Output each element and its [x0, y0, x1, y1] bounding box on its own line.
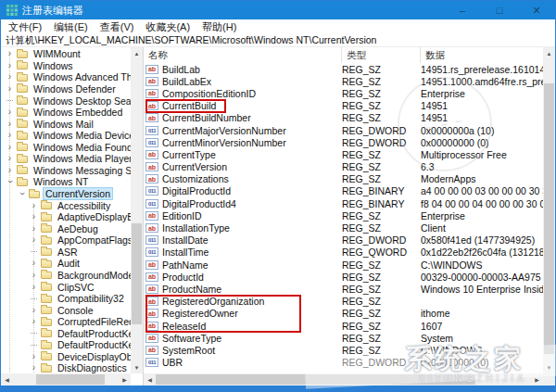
- scrollbar-thumb[interactable]: [132, 223, 142, 324]
- tree-item-accessibility[interactable]: ›Accessibility: [1, 199, 131, 211]
- tree-item-appcompatflags[interactable]: ›AppCompatFlags: [1, 234, 131, 247]
- expand-icon[interactable]: ›: [28, 224, 40, 234]
- scrollbar-thumb[interactable]: [544, 83, 554, 354]
- expand-icon[interactable]: ›: [4, 131, 16, 140]
- expand-icon[interactable]: ›: [4, 143, 16, 152]
- registry-value-row[interactable]: abSystemRootREG_SZC:\WINDOWS: [144, 344, 543, 356]
- menu-item[interactable]: 帮助(H): [198, 20, 245, 34]
- expand-icon[interactable]: ›: [28, 283, 40, 292]
- tree-item-clipsvc[interactable]: ›ClipSVC: [1, 281, 131, 293]
- scroll-right-icon[interactable]: ▶: [531, 373, 543, 386]
- tree-item-windows-media-device-ma[interactable]: ›Windows Media Device Ma: [1, 130, 131, 142]
- scroll-right-icon[interactable]: ▶: [119, 373, 131, 386]
- column-header-data[interactable]: 数据: [421, 47, 543, 63]
- registry-value-row[interactable]: 011InstallDateREG_DWORD0x580f41ed (14773…: [144, 234, 543, 247]
- scroll-up-icon[interactable]: ▲: [131, 47, 143, 59]
- tree-item-defaultproductkey[interactable]: DefaultProductKey: [1, 328, 131, 340]
- menu-item[interactable]: 查看(V): [96, 20, 143, 34]
- tree-item-audit[interactable]: ›Audit: [1, 258, 131, 270]
- menu-item[interactable]: 编辑(E): [50, 20, 96, 34]
- expand-icon[interactable]: ›: [4, 166, 16, 175]
- minimize-button[interactable]: –: [444, 1, 481, 19]
- registry-value-row[interactable]: abCurrentVersionREG_SZ6.3: [144, 161, 543, 173]
- list-horizontal-scrollbar[interactable]: ◀ ▶: [144, 373, 543, 386]
- tree-item-wimmount[interactable]: ›WIMMount: [1, 48, 131, 60]
- expand-icon[interactable]: ›: [28, 317, 40, 326]
- tree-item-windows-nt[interactable]: ›Windows NT: [1, 176, 131, 188]
- address-bar[interactable]: 计算机\HKEY_LOCAL_MACHINE\SOFTWARE\Microsof…: [1, 34, 555, 47]
- tree-item-windows-defender[interactable]: ›Windows Defender: [1, 83, 131, 95]
- title-bar[interactable]: 注册表编辑器 – □ ✕: [1, 1, 555, 19]
- expand-icon[interactable]: ›: [28, 352, 40, 361]
- tree-item-asr[interactable]: ASR: [1, 247, 131, 259]
- registry-value-row[interactable]: abPathNameREG_SZC:\WINDOWS: [144, 259, 543, 271]
- expand-icon[interactable]: ›: [4, 49, 16, 58]
- column-header-type[interactable]: 类型: [342, 47, 421, 63]
- tree-item-console[interactable]: ›Console: [1, 304, 131, 316]
- tree-item-diskdiagnostics[interactable]: ›DiskDiagnostics: [1, 362, 131, 373]
- tree-item-windows-media-player-ns-[interactable]: ›Windows Media Player NS:: [1, 153, 131, 165]
- scrollbar-thumb[interactable]: [36, 374, 105, 385]
- scroll-left-icon[interactable]: ◀: [144, 373, 156, 386]
- expand-icon[interactable]: ›: [4, 61, 16, 70]
- registry-value-row[interactable]: abSoftwareTypeREG_SZSystem: [144, 332, 543, 344]
- registry-value-row[interactable]: abCurrentBuildNumberREG_SZ14951: [144, 112, 543, 124]
- scrollbar-thumb[interactable]: [156, 374, 475, 385]
- tree-item-devicedisplayobje[interactable]: ›DeviceDisplayObje: [1, 351, 131, 363]
- expand-icon[interactable]: ›: [28, 201, 40, 210]
- expand-icon[interactable]: ›: [4, 72, 16, 82]
- tree-item-windows-embedded[interactable]: ›Windows Embedded: [1, 107, 131, 119]
- registry-value-row[interactable]: abBuildLabREG_SZ14951.rs_prerelease.1610…: [144, 63, 543, 75]
- tree-item-windows-messaging-subsy[interactable]: ›Windows Messaging Subsy: [1, 165, 131, 177]
- tree-item-corruptedfilerecov[interactable]: ›CorruptedFileRecov: [1, 316, 131, 328]
- scroll-up-icon[interactable]: ▲: [543, 47, 555, 59]
- close-button[interactable]: ✕: [518, 1, 555, 19]
- tree-item-currentversion[interactable]: ›CurrentVersion: [1, 188, 131, 200]
- expand-icon[interactable]: ›: [28, 363, 40, 373]
- expand-icon[interactable]: ›: [4, 120, 16, 129]
- registry-value-row[interactable]: 011InstallTimeREG_QWORD0x1d22eb2f26c04fa…: [144, 247, 543, 259]
- registry-value-row[interactable]: 011CurrentMinorVersionNumberREG_DWORD0x0…: [144, 136, 543, 148]
- tree-item-adaptivedisplaybrig[interactable]: ›AdaptiveDisplayBrig: [1, 211, 131, 223]
- expand-icon[interactable]: ›: [4, 154, 16, 163]
- tree-horizontal-scrollbar[interactable]: ◀ ▶: [1, 373, 131, 386]
- registry-value-row[interactable]: abInstallationTypeREG_SZClient: [144, 221, 543, 234]
- expand-icon[interactable]: ›: [4, 107, 16, 117]
- menu-item[interactable]: 收藏夹(A): [142, 20, 198, 34]
- registry-value-row[interactable]: 011UBRREG_DWORD0x00000000 (0): [144, 357, 543, 369]
- scroll-down-icon[interactable]: ▼: [543, 361, 555, 373]
- maximize-button[interactable]: □: [481, 1, 518, 19]
- tree-item-windows[interactable]: ›Windows: [1, 60, 131, 72]
- tree-item-compatibility32[interactable]: Compatibility32: [1, 293, 131, 305]
- registry-value-row[interactable]: abCompositionEditionIDREG_SZEnterprise: [144, 87, 543, 99]
- expand-icon[interactable]: ›: [4, 84, 16, 94]
- expand-icon[interactable]: ›: [28, 259, 40, 268]
- expand-icon[interactable]: ›: [28, 235, 40, 245]
- collapse-icon[interactable]: ›: [6, 176, 15, 188]
- tree-vertical-scrollbar[interactable]: ▲ ▼: [131, 47, 143, 373]
- registry-value-row[interactable]: abCustomizationsREG_SZModernApps: [144, 173, 543, 185]
- registry-value-row[interactable]: abEditionIDREG_SZEnterprise: [144, 209, 543, 221]
- registry-value-row[interactable]: abProductNameREG_SZWindows 10 Enterprise…: [144, 283, 543, 295]
- tree-item-windows-mail[interactable]: ›Windows Mail: [1, 118, 131, 130]
- tree-item-windows-media-foundation[interactable]: ›Windows Media Foundation: [1, 142, 131, 154]
- registry-value-row[interactable]: abProductIdREG_SZ00329-00000-00003-AA975: [144, 271, 543, 283]
- registry-value-row[interactable]: abReleaseIdREG_SZ1607: [144, 320, 543, 332]
- expand-icon[interactable]: ›: [28, 306, 40, 315]
- registry-value-row[interactable]: abCurrentBuildREG_SZ14951: [144, 100, 543, 112]
- column-header-name[interactable]: 名称: [144, 47, 342, 63]
- tree-item-windows-desktop-search[interactable]: Windows Desktop Search: [1, 95, 131, 107]
- scroll-down-icon[interactable]: ▼: [131, 361, 143, 373]
- registry-value-row[interactable]: abRegisteredOwnerREG_SZithome: [144, 308, 543, 320]
- tree-item-aedebug[interactable]: ›AeDebug: [1, 222, 131, 234]
- tree-item-defaultproductkey2[interactable]: DefaultProductKey2: [1, 339, 131, 351]
- registry-value-row[interactable]: abRegisteredOrganizationREG_SZ: [144, 296, 543, 308]
- registry-value-row[interactable]: 011CurrentMajorVersionNumberREG_DWORD0x0…: [144, 124, 543, 136]
- expand-icon[interactable]: ›: [28, 212, 40, 221]
- registry-value-row[interactable]: 011DigitalProductIdREG_BINARYa4 00 00 00…: [144, 185, 543, 197]
- scroll-left-icon[interactable]: ◀: [1, 373, 13, 386]
- expand-icon[interactable]: ›: [28, 271, 40, 280]
- registry-value-row[interactable]: 011DigitalProductId4REG_BINARYf8 04 00 0…: [144, 197, 543, 209]
- tree-item-backgroundmodel[interactable]: ›BackgroundModel: [1, 270, 131, 282]
- tree-item-windows-advanced-threat[interactable]: ›Windows Advanced Threat: [1, 71, 131, 83]
